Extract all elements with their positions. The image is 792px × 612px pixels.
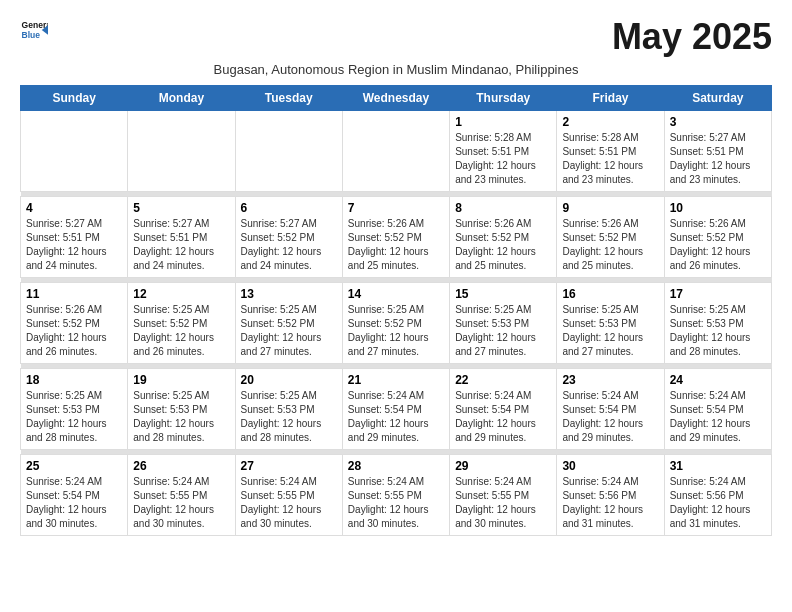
column-header-friday: Friday [557,86,664,111]
calendar-cell: 13Sunrise: 5:25 AMSunset: 5:52 PMDayligh… [235,283,342,364]
day-info: Sunrise: 5:24 AMSunset: 5:55 PMDaylight:… [241,475,337,531]
calendar-cell: 15Sunrise: 5:25 AMSunset: 5:53 PMDayligh… [450,283,557,364]
calendar-header-row: SundayMondayTuesdayWednesdayThursdayFrid… [21,86,772,111]
calendar-cell: 5Sunrise: 5:27 AMSunset: 5:51 PMDaylight… [128,197,235,278]
column-header-thursday: Thursday [450,86,557,111]
column-header-monday: Monday [128,86,235,111]
day-number: 22 [455,373,551,387]
day-info: Sunrise: 5:24 AMSunset: 5:56 PMDaylight:… [562,475,658,531]
calendar-cell: 3Sunrise: 5:27 AMSunset: 5:51 PMDaylight… [664,111,771,192]
day-number: 17 [670,287,766,301]
day-number: 23 [562,373,658,387]
day-info: Sunrise: 5:26 AMSunset: 5:52 PMDaylight:… [562,217,658,273]
calendar-cell: 24Sunrise: 5:24 AMSunset: 5:54 PMDayligh… [664,369,771,450]
calendar-cell: 12Sunrise: 5:25 AMSunset: 5:52 PMDayligh… [128,283,235,364]
calendar-cell: 8Sunrise: 5:26 AMSunset: 5:52 PMDaylight… [450,197,557,278]
day-info: Sunrise: 5:25 AMSunset: 5:52 PMDaylight:… [241,303,337,359]
calendar-cell: 1Sunrise: 5:28 AMSunset: 5:51 PMDaylight… [450,111,557,192]
day-number: 6 [241,201,337,215]
week-row-3: 11Sunrise: 5:26 AMSunset: 5:52 PMDayligh… [21,283,772,364]
calendar-table: SundayMondayTuesdayWednesdayThursdayFrid… [20,85,772,536]
week-row-1: 1Sunrise: 5:28 AMSunset: 5:51 PMDaylight… [21,111,772,192]
day-info: Sunrise: 5:26 AMSunset: 5:52 PMDaylight:… [455,217,551,273]
day-info: Sunrise: 5:25 AMSunset: 5:52 PMDaylight:… [348,303,444,359]
day-info: Sunrise: 5:25 AMSunset: 5:53 PMDaylight:… [241,389,337,445]
page-header: General Blue May 2025 [20,16,772,58]
day-number: 1 [455,115,551,129]
calendar-cell: 26Sunrise: 5:24 AMSunset: 5:55 PMDayligh… [128,455,235,536]
day-info: Sunrise: 5:24 AMSunset: 5:54 PMDaylight:… [455,389,551,445]
column-header-saturday: Saturday [664,86,771,111]
day-info: Sunrise: 5:24 AMSunset: 5:54 PMDaylight:… [562,389,658,445]
day-info: Sunrise: 5:25 AMSunset: 5:53 PMDaylight:… [133,389,229,445]
calendar-cell: 11Sunrise: 5:26 AMSunset: 5:52 PMDayligh… [21,283,128,364]
week-row-2: 4Sunrise: 5:27 AMSunset: 5:51 PMDaylight… [21,197,772,278]
calendar-cell: 4Sunrise: 5:27 AMSunset: 5:51 PMDaylight… [21,197,128,278]
month-title: May 2025 [612,16,772,58]
day-number: 25 [26,459,122,473]
day-info: Sunrise: 5:27 AMSunset: 5:51 PMDaylight:… [133,217,229,273]
day-number: 9 [562,201,658,215]
day-number: 3 [670,115,766,129]
day-info: Sunrise: 5:24 AMSunset: 5:54 PMDaylight:… [348,389,444,445]
calendar-cell: 28Sunrise: 5:24 AMSunset: 5:55 PMDayligh… [342,455,449,536]
week-row-4: 18Sunrise: 5:25 AMSunset: 5:53 PMDayligh… [21,369,772,450]
calendar-cell: 18Sunrise: 5:25 AMSunset: 5:53 PMDayligh… [21,369,128,450]
day-info: Sunrise: 5:24 AMSunset: 5:55 PMDaylight:… [455,475,551,531]
day-info: Sunrise: 5:27 AMSunset: 5:51 PMDaylight:… [26,217,122,273]
column-header-tuesday: Tuesday [235,86,342,111]
calendar-cell: 25Sunrise: 5:24 AMSunset: 5:54 PMDayligh… [21,455,128,536]
day-number: 19 [133,373,229,387]
calendar-cell [21,111,128,192]
page-subtitle: Bugasan, Autonomous Region in Muslim Min… [20,62,772,77]
day-info: Sunrise: 5:26 AMSunset: 5:52 PMDaylight:… [348,217,444,273]
day-info: Sunrise: 5:27 AMSunset: 5:52 PMDaylight:… [241,217,337,273]
logo: General Blue [20,16,48,44]
day-number: 15 [455,287,551,301]
day-number: 10 [670,201,766,215]
day-info: Sunrise: 5:25 AMSunset: 5:53 PMDaylight:… [26,389,122,445]
day-info: Sunrise: 5:24 AMSunset: 5:54 PMDaylight:… [670,389,766,445]
calendar-cell: 10Sunrise: 5:26 AMSunset: 5:52 PMDayligh… [664,197,771,278]
svg-text:Blue: Blue [22,30,41,40]
day-info: Sunrise: 5:28 AMSunset: 5:51 PMDaylight:… [455,131,551,187]
day-number: 28 [348,459,444,473]
day-info: Sunrise: 5:24 AMSunset: 5:54 PMDaylight:… [26,475,122,531]
day-number: 16 [562,287,658,301]
day-number: 14 [348,287,444,301]
calendar-cell: 7Sunrise: 5:26 AMSunset: 5:52 PMDaylight… [342,197,449,278]
calendar-cell: 31Sunrise: 5:24 AMSunset: 5:56 PMDayligh… [664,455,771,536]
calendar-cell: 27Sunrise: 5:24 AMSunset: 5:55 PMDayligh… [235,455,342,536]
day-number: 13 [241,287,337,301]
week-row-5: 25Sunrise: 5:24 AMSunset: 5:54 PMDayligh… [21,455,772,536]
calendar-cell: 16Sunrise: 5:25 AMSunset: 5:53 PMDayligh… [557,283,664,364]
calendar-cell: 6Sunrise: 5:27 AMSunset: 5:52 PMDaylight… [235,197,342,278]
day-number: 7 [348,201,444,215]
day-info: Sunrise: 5:25 AMSunset: 5:52 PMDaylight:… [133,303,229,359]
day-info: Sunrise: 5:27 AMSunset: 5:51 PMDaylight:… [670,131,766,187]
calendar-cell: 20Sunrise: 5:25 AMSunset: 5:53 PMDayligh… [235,369,342,450]
day-number: 4 [26,201,122,215]
calendar-cell: 14Sunrise: 5:25 AMSunset: 5:52 PMDayligh… [342,283,449,364]
day-info: Sunrise: 5:24 AMSunset: 5:55 PMDaylight:… [133,475,229,531]
day-number: 12 [133,287,229,301]
day-info: Sunrise: 5:24 AMSunset: 5:55 PMDaylight:… [348,475,444,531]
day-number: 11 [26,287,122,301]
calendar-cell [235,111,342,192]
calendar-cell: 22Sunrise: 5:24 AMSunset: 5:54 PMDayligh… [450,369,557,450]
day-number: 8 [455,201,551,215]
calendar-cell: 21Sunrise: 5:24 AMSunset: 5:54 PMDayligh… [342,369,449,450]
calendar-cell: 9Sunrise: 5:26 AMSunset: 5:52 PMDaylight… [557,197,664,278]
day-number: 24 [670,373,766,387]
day-number: 31 [670,459,766,473]
calendar-cell: 17Sunrise: 5:25 AMSunset: 5:53 PMDayligh… [664,283,771,364]
column-header-wednesday: Wednesday [342,86,449,111]
day-info: Sunrise: 5:25 AMSunset: 5:53 PMDaylight:… [455,303,551,359]
calendar-cell: 29Sunrise: 5:24 AMSunset: 5:55 PMDayligh… [450,455,557,536]
day-info: Sunrise: 5:25 AMSunset: 5:53 PMDaylight:… [562,303,658,359]
day-info: Sunrise: 5:26 AMSunset: 5:52 PMDaylight:… [26,303,122,359]
calendar-cell: 23Sunrise: 5:24 AMSunset: 5:54 PMDayligh… [557,369,664,450]
calendar-cell [128,111,235,192]
calendar-cell: 30Sunrise: 5:24 AMSunset: 5:56 PMDayligh… [557,455,664,536]
day-number: 29 [455,459,551,473]
